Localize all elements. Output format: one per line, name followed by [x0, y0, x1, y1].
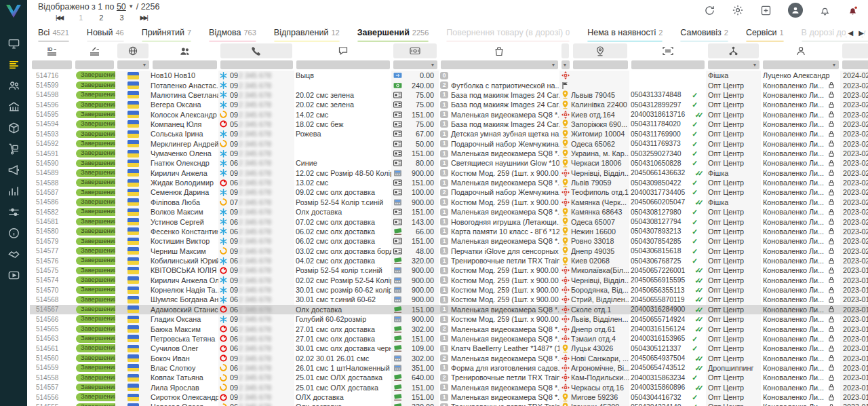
filter-caret-icon[interactable]: ▼ [142, 62, 149, 67]
table-row[interactable]: 514577ЗавершенийЧерниш Максим092 345 678… [30, 246, 868, 255]
tab-4[interactable]: Відмова763 [209, 26, 256, 41]
table-row[interactable]: 514581ЗавершенийУстинов Сергей062 345 67… [30, 217, 868, 226]
sidebar-item-company[interactable] [7, 99, 20, 115]
filter-input-phone[interactable] [220, 60, 293, 69]
filter-input-status[interactable] [75, 60, 114, 69]
filter-input-name[interactable] [153, 60, 217, 69]
table-row[interactable]: 514568ЗавершенийШумляс Богдана Ан...062 … [30, 295, 868, 304]
table-row[interactable]: 514716ЗавершенийНов10 Нов10092 345 678Вы… [30, 71, 868, 80]
table-row[interactable]: 514590ЗавершенийГнатюк Олексндр062 345 6… [30, 158, 868, 168]
table-row[interactable]: 514586ЗавершенийФіліпова Люба072 345 678… [30, 198, 868, 207]
tabs-scroll-left-icon[interactable]: ◀ [848, 29, 854, 37]
column-header-id[interactable]: ID [30, 43, 73, 59]
pager-last-icon[interactable]: ▶▶| [140, 14, 147, 21]
column-header-name[interactable] [151, 43, 218, 59]
column-header-manager[interactable] [761, 43, 840, 59]
table-row[interactable]: 514594ЗавершенийКомпанец Юля052 345 6781… [30, 119, 868, 129]
tab-8[interactable]: Нема в наявності2 [587, 26, 663, 41]
table-row[interactable]: 514555ЗавершенийНовосад Олеся062 345 678… [30, 402, 868, 406]
table-row[interactable]: 514599ЗавершенийПотапенко Анастас...092 … [30, 80, 868, 90]
tab-7[interactable]: Повернення товару (в дорозі)0 [446, 26, 570, 41]
tab-3[interactable]: Прийнятий7 [142, 26, 191, 41]
filter-input-manager[interactable]: ▼ [763, 60, 839, 69]
column-header-phone[interactable] [218, 43, 294, 59]
filter-input-location[interactable] [573, 60, 628, 69]
sidebar-item-marketing[interactable] [7, 162, 20, 178]
column-header-carrier[interactable] [559, 43, 571, 59]
filter-input-comment[interactable] [296, 60, 390, 69]
column-header-status[interactable] [73, 43, 115, 59]
chevron-down-icon[interactable]: ▼ [128, 3, 134, 10]
table-row[interactable]: 514579ЗавершенийКостишин Виктор092 345 6… [30, 236, 868, 246]
table-row[interactable]: 514557ЗавершенийЛила Ярослав092 345 6782… [30, 383, 868, 392]
filter-input-flag[interactable]: ▼ [117, 60, 149, 69]
filter-caret-icon[interactable]: ▼ [753, 62, 760, 67]
table-row[interactable]: 514593ЗавершенийСольська Ірина092 345 67… [30, 129, 868, 139]
table-row[interactable]: 514570ЗавершенийКорнелюк Надія Та...092 … [30, 285, 868, 295]
tab-10[interactable]: Сервіси1 [746, 26, 784, 41]
column-header-product[interactable] [439, 43, 559, 59]
filter-input-date[interactable] [842, 60, 868, 69]
table-row[interactable]: 514561ЗавершенийСучилов Олег062 345 6783… [30, 344, 868, 353]
column-header-location[interactable] [571, 43, 629, 59]
sidebar-item-tutorials[interactable] [7, 267, 20, 283]
tab-2[interactable]: Новый46 [87, 26, 124, 41]
sidebar-item-dashboard[interactable] [7, 36, 20, 52]
table-row[interactable]: 514560ЗавершенийБокоч Иван092 345 67802.… [30, 353, 868, 363]
filter-input-money[interactable]: ▼ [393, 60, 437, 69]
tabs-scroll-right-icon[interactable]: ▶ [859, 29, 864, 37]
page-size-dropdown[interactable]: 50 [117, 2, 126, 12]
user-avatar-icon[interactable] [788, 3, 803, 18]
table-row[interactable]: 514576ЗавершенийКобилинський Юрий062 345… [30, 256, 868, 265]
column-header-flag[interactable] [115, 43, 151, 59]
table-row[interactable]: 514575ЗавершенийКВІТОВСЬКА ЮЛІЯ092 345 6… [30, 265, 868, 275]
tab-5[interactable]: Відправлений12 [274, 26, 340, 41]
settings-gear-icon[interactable] [732, 4, 744, 16]
column-header-channel[interactable] [706, 43, 761, 59]
app-logo[interactable] [5, 3, 22, 20]
table-row[interactable]: 514563ЗавершенийПетровська Тетяна062 345… [30, 334, 868, 344]
filter-input-id[interactable] [32, 60, 72, 69]
table-row[interactable]: 514580ЗавершенийФесенко Константин062 34… [30, 227, 868, 236]
filter-input-carrier[interactable]: ▼ [561, 60, 570, 69]
notifications-bell-icon[interactable] [819, 5, 831, 16]
sidebar-item-partners[interactable] [7, 246, 20, 262]
table-row[interactable]: 514595ЗавершенийКолосок Александр092 345… [30, 109, 868, 119]
tab-9[interactable]: Самовивіз2 [680, 26, 728, 41]
table-row[interactable]: 514588ЗавершенийЖидак Володимир062 345 6… [30, 178, 868, 187]
filter-caret-icon[interactable]: ▼ [563, 62, 570, 67]
sidebar-item-statistics[interactable] [7, 183, 20, 199]
column-header-comment[interactable] [294, 43, 391, 59]
refresh-icon[interactable] [704, 5, 715, 16]
filter-input-channel[interactable]: ▼ [708, 60, 760, 69]
pager-first-icon[interactable]: |◀◀ [56, 14, 62, 21]
alert-bell-icon[interactable] [847, 5, 859, 16]
table-row[interactable]: 514556ЗавершенийСиротюк Олександр092 345… [30, 392, 868, 402]
table-row[interactable]: 514591ЗавершенийЧумаченко Олена092 345 6… [30, 149, 868, 158]
tab-1[interactable]: Всі4521 [38, 26, 69, 41]
sidebar-item-clients[interactable] [7, 78, 20, 94]
table-row[interactable]: 514598ЗавершенийМалютина Светлана092 345… [30, 90, 868, 100]
sidebar-item-settings[interactable] [7, 204, 20, 220]
add-square-icon[interactable] [760, 5, 772, 16]
table-row[interactable]: 514565ЗавершенийБаюка Максим062 345 6782… [30, 324, 868, 333]
filter-caret-icon[interactable]: ▼ [431, 62, 437, 67]
filter-input-ttn[interactable] [631, 60, 705, 69]
sidebar-item-orders[interactable] [7, 57, 20, 73]
filter-caret-icon[interactable]: ▼ [832, 62, 839, 67]
column-header-ttn[interactable] [629, 43, 706, 59]
table-row[interactable]: 514574ЗавершенийКирилич Анжела Ол...092 … [30, 276, 868, 285]
sidebar-item-products[interactable] [7, 120, 20, 136]
table-row[interactable]: 514589ЗавершенийКирилич Анжела092 345 67… [30, 168, 868, 178]
table-row[interactable]: 514566ЗавершенийГладик Оксана092 345 678… [30, 314, 868, 324]
table-row[interactable]: 514559ЗавершенийВлас Слотюу062 345 67826… [30, 363, 868, 373]
table-row[interactable]: 514582ЗавершенийВолков Максим092 345 678… [30, 207, 868, 217]
table-row[interactable]: 514558ЗавершенийКовпак Татьяна092 345 67… [30, 373, 868, 382]
sidebar-item-info[interactable] [7, 225, 20, 241]
sidebar-item-shipping[interactable] [7, 141, 20, 157]
column-header-date[interactable] [840, 43, 868, 59]
table-row[interactable]: 514587ЗавершенийСеменюк Дарина092 345 67… [30, 187, 868, 197]
table-row[interactable]: 514596ЗавершенийВегера Оксана092 345 678… [30, 100, 868, 109]
table-row[interactable]: 514592ЗавершенийМерклингер Андрей092 345… [30, 139, 868, 149]
table-row[interactable]: 514567ЗавершенийАдамовский Станис...062 … [30, 305, 868, 314]
